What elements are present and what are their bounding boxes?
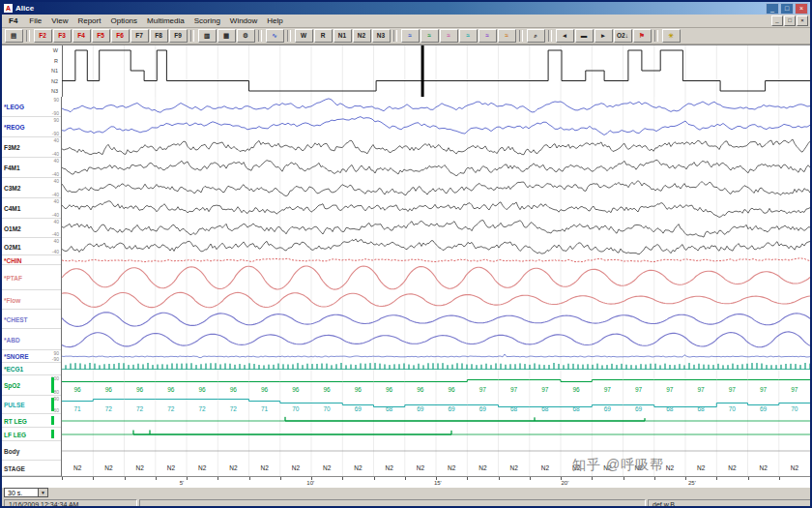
toolbar-button-f6[interactable]: F6	[111, 29, 130, 43]
close-button[interactable]: ×	[795, 3, 808, 15]
stage-value: N2	[104, 464, 113, 471]
menu-item-options[interactable]: Options	[105, 16, 142, 25]
toolbar-button-o2[interactable]: O2↓	[614, 29, 632, 43]
channel-label-reog[interactable]: *REOG	[4, 124, 25, 131]
next-epoch-icon[interactable]: ►	[594, 29, 613, 43]
report-icon[interactable]: ▦	[218, 29, 236, 43]
signal-quality-indicator	[51, 416, 54, 425]
flag-icon[interactable]: ⚑	[633, 29, 652, 43]
stage-value: N2	[541, 464, 550, 471]
event-snore-icon[interactable]: ≈	[498, 29, 516, 43]
toolbar-button-f5[interactable]: F5	[92, 29, 110, 43]
toolbar-button-n1[interactable]: N1	[334, 29, 352, 43]
lamp-icon[interactable]: ☀	[662, 29, 681, 43]
pulse-value: 69	[604, 405, 612, 412]
pulse-value: 72	[105, 405, 113, 412]
minimize-button[interactable]: _	[766, 3, 779, 15]
menu-item-help[interactable]: Help	[262, 16, 287, 25]
menu-item-window[interactable]: Window	[225, 16, 262, 25]
child-restore-button[interactable]: □	[784, 15, 796, 26]
channel-row-snore: *SNORE90-90	[2, 350, 61, 363]
event-arousal-icon[interactable]: ≈	[440, 29, 458, 43]
channel-label-ecg1[interactable]: *ECG1	[4, 366, 23, 373]
spo2-value: 97	[510, 386, 518, 393]
stage-value: N2	[354, 464, 362, 471]
channel-label-c3m2[interactable]: C3M2	[4, 185, 20, 192]
menu-item-report[interactable]: Report	[72, 16, 105, 25]
toolbar-button-n2[interactable]: N2	[353, 29, 371, 43]
toolbar-button-w[interactable]: W	[295, 29, 313, 43]
menu-item-multimedia[interactable]: Multimedia	[142, 16, 189, 25]
signal-quality-indicator	[51, 377, 54, 393]
channel-label-ptaf[interactable]: *PTAF	[4, 274, 22, 281]
zoom-icon[interactable]: ⌕	[527, 29, 545, 43]
channel-label-abd[interactable]: *ABD	[4, 336, 20, 343]
channel-label-leog[interactable]: *LEOG	[4, 104, 24, 110]
toolbar-button-f8[interactable]: F8	[150, 29, 168, 43]
pulse-value: 69	[355, 405, 362, 412]
channel-row-ptaf: *PTAF	[2, 265, 61, 290]
channel-label-flow[interactable]: *Flow	[4, 296, 20, 303]
toolbar-button-r[interactable]: R	[314, 29, 333, 43]
channel-label-c4m1[interactable]: C4M1	[4, 205, 20, 212]
toolbar-button-n3[interactable]: N3	[372, 29, 391, 43]
channel-label-rt-leg[interactable]: RT LEG	[4, 417, 27, 424]
channel-label-spo2[interactable]: SpO2	[4, 382, 20, 389]
status-middle	[139, 499, 646, 508]
menu-item-file[interactable]: File	[24, 16, 46, 25]
dropdown-arrow-icon[interactable]: ▼	[38, 489, 47, 496]
toolbar-button-f2[interactable]: F2	[34, 29, 52, 43]
child-minimize-button[interactable]: _	[771, 15, 783, 26]
channel-label-lf-leg[interactable]: LF LEG	[4, 431, 26, 437]
pulse-value: 71	[74, 405, 82, 412]
child-close-button[interactable]: ×	[797, 15, 808, 26]
maximize-button[interactable]: □	[780, 3, 794, 15]
status-file: def.w.B	[648, 499, 812, 508]
spo2-value: 96	[261, 386, 269, 393]
channel-label-pulse[interactable]: PULSE	[4, 402, 25, 408]
channel-row-f3m2: F3M240-40	[2, 137, 61, 158]
montage-wave-icon[interactable]: ∿	[266, 29, 284, 43]
settings-icon[interactable]: ⚙	[237, 29, 255, 43]
epoch-tick	[779, 477, 780, 480]
toolbar-button-f3[interactable]: F3	[53, 29, 72, 43]
channel-label-f3m2[interactable]: F3M2	[4, 144, 20, 151]
channel-label-o1m2[interactable]: O1M2	[4, 224, 21, 231]
channel-scale-value: 40	[53, 159, 59, 164]
epoch-tick	[810, 477, 811, 480]
channel-label-snore[interactable]: *SNORE	[4, 353, 29, 360]
event-limb-icon[interactable]: ≈	[459, 29, 478, 43]
toolbar-separator	[190, 30, 194, 42]
print-icon[interactable]: ▧	[198, 29, 217, 43]
menu-item-view[interactable]: View	[46, 16, 72, 25]
toolbar-button-f7[interactable]: F7	[130, 29, 149, 43]
channel-label-stage[interactable]: STAGE	[4, 464, 25, 471]
menu-item-scoring[interactable]: Scoring	[189, 16, 225, 25]
marker-icon[interactable]: ▬	[575, 29, 594, 43]
channel-label-body[interactable]: Body	[4, 447, 19, 454]
menu-items: FileViewReportOptionsMultimediaScoringWi…	[24, 16, 287, 25]
open-exam-icon[interactable]: ▤	[5, 29, 23, 43]
epoch-tick	[156, 477, 157, 480]
epoch-tick	[405, 477, 406, 480]
toolbar-separator	[519, 30, 523, 42]
channel-row-body: Body	[2, 441, 61, 461]
channel-label-f4m1[interactable]: F4M1	[4, 164, 20, 171]
spo2-value: 96	[449, 386, 456, 393]
toolbar-button-f9[interactable]: F9	[169, 29, 188, 43]
channel-label-o2m1[interactable]: O2M1	[4, 243, 21, 250]
channel-label-chest[interactable]: *CHEST	[4, 315, 28, 322]
prev-epoch-icon[interactable]: ◄	[556, 29, 574, 43]
toolbar-separator	[26, 30, 30, 42]
stage-value: N2	[323, 464, 332, 471]
event-desat-icon[interactable]: ≈	[420, 29, 439, 43]
spo2-value: 96	[292, 386, 300, 393]
epoch-length-select[interactable]: 30 s. ▼	[4, 488, 48, 497]
spo2-value: 96	[355, 386, 362, 393]
event-cardiac-icon[interactable]: ≈	[478, 29, 497, 43]
epoch-tick	[280, 477, 281, 480]
event-respiratory-icon[interactable]: ≈	[401, 29, 420, 43]
channel-scale-value: -40	[52, 152, 59, 157]
channel-label-chin[interactable]: *CHIN	[4, 256, 21, 263]
toolbar-button-f4[interactable]: F4	[72, 29, 91, 43]
